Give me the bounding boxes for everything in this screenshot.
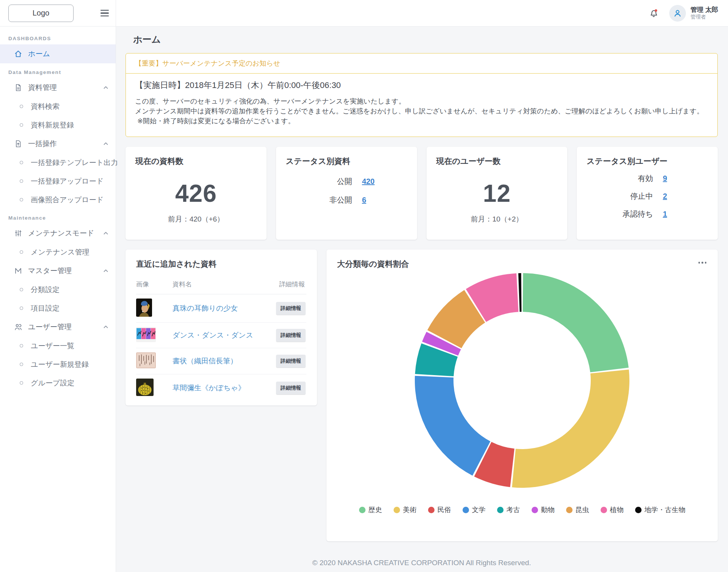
sidebar-item-label: 資料検索 [31, 102, 60, 112]
card-documents-by-status: ステータス別資料 公開 420 非公開 6 [276, 147, 417, 240]
document-link[interactable]: ダンス・ダンス・ダンス [173, 331, 253, 339]
active-users-link[interactable]: 9 [663, 174, 678, 183]
legend-item-植物[interactable]: 植物 [601, 505, 624, 514]
sidebar-item-label: グループ設定 [31, 378, 74, 388]
circle-bullet-icon [20, 198, 23, 201]
circle-bullet-icon [20, 306, 23, 310]
card-current-documents: 現在の資料数 426 前月：420（+6） [126, 147, 267, 240]
user-menu[interactable]: 管理 太郎 管理者 [669, 5, 718, 22]
legend-item-動物[interactable]: 動物 [532, 505, 555, 514]
sidebar-item-label: ユーザー新規登録 [31, 360, 89, 369]
legend-item-美術[interactable]: 美術 [394, 505, 417, 514]
suspended-users-link[interactable]: 2 [663, 192, 678, 201]
letter-m-icon [14, 266, 23, 275]
sidebar-item-document-management[interactable]: 資料管理 [0, 78, 116, 97]
pending-users-link[interactable]: 1 [663, 210, 678, 218]
table-row: 真珠の耳飾りの少女 詳細情報 [136, 294, 306, 323]
documents-prev-month: 前月：420（+6） [135, 214, 257, 224]
alert-title: 【重要】サーバーメンテナンス予定のお知らせ [126, 53, 717, 74]
legend-item-民俗[interactable]: 民俗 [428, 505, 451, 514]
person-icon [673, 8, 682, 18]
detail-button[interactable]: 詳細情報 [276, 329, 306, 342]
chevron-up-icon [103, 141, 109, 147]
legend-dot [359, 507, 366, 513]
legend-item-歴史[interactable]: 歴史 [359, 505, 382, 514]
sidebar-item-label: 一括操作 [28, 139, 57, 149]
donut-segment-地学・古生物[interactable] [518, 273, 521, 312]
legend-label: 文学 [472, 505, 486, 514]
sidebar-item-group-settings[interactable]: グループ設定 [0, 374, 116, 392]
sidebar-section-label: Data Management [0, 63, 116, 78]
sliders-icon [14, 229, 23, 238]
status-row-suspended: 停止中 2 [587, 191, 708, 201]
legend-label: 昆虫 [576, 505, 589, 514]
legend-dot [532, 507, 538, 513]
legend-dot [601, 507, 607, 513]
sidebar-item-user-register[interactable]: ユーザー新規登録 [0, 355, 116, 374]
sidebar-item-maintenance-management[interactable]: メンテナンス管理 [0, 243, 116, 261]
thumbnail-pearl-earring [136, 299, 152, 317]
detail-button[interactable]: 詳細情報 [276, 355, 306, 368]
donut-segment-文学[interactable] [415, 376, 490, 476]
legend-item-考古[interactable]: 考古 [497, 505, 520, 514]
circle-bullet-icon [20, 344, 23, 347]
sidebar-nav: DASHBOARDSホームData Management資料管理資料検索資料新規… [0, 27, 116, 392]
detail-button[interactable]: 詳細情報 [276, 302, 306, 315]
sidebar-item-label: メンテナンスモード [28, 228, 94, 238]
circle-bullet-icon [20, 123, 23, 127]
legend-label: 地学・古生物 [645, 505, 686, 514]
donut-segment-美術[interactable] [512, 369, 629, 488]
legend-dot [394, 507, 400, 513]
legend-item-昆虫[interactable]: 昆虫 [566, 505, 589, 514]
sidebar-header: Logo [0, 0, 116, 27]
sidebar-item-item-settings[interactable]: 項目設定 [0, 299, 116, 317]
page-title: ホーム [133, 33, 718, 46]
legend-dot [635, 507, 642, 513]
sidebar-item-label: 資料新規登録 [31, 120, 74, 130]
avatar [669, 5, 686, 22]
sidebar-item-label: 画像照合アップロード [31, 195, 104, 205]
legend-item-地学・古生物[interactable]: 地学・古生物 [635, 505, 686, 514]
sidebar-item-batch-template-export[interactable]: 一括登録テンプレート出力 [0, 153, 116, 172]
recent-documents-card: 直近に追加された資料 画像 資料名 詳細情報 [126, 250, 317, 405]
sidebar-item-user-management[interactable]: ユーザー管理 [0, 317, 116, 336]
detail-button[interactable]: 詳細情報 [276, 382, 306, 394]
document-link[interactable]: 真珠の耳飾りの少女 [173, 304, 238, 312]
logo-button[interactable]: Logo [8, 5, 74, 22]
status-row-public: 公開 420 [286, 176, 407, 187]
legend-item-文学[interactable]: 文学 [463, 505, 486, 514]
sidebar-section-label: DASHBOARDS [0, 30, 116, 44]
sidebar-item-user-list[interactable]: ユーザー一覧 [0, 336, 116, 355]
sidebar-item-category-settings[interactable]: 分類設定 [0, 280, 116, 299]
table-row: ダンス・ダンス・ダンス 詳細情報 [136, 323, 306, 348]
table-row: 書状（織田信長筆） 詳細情報 [136, 348, 306, 374]
sidebar-item-master-management[interactable]: マスター管理 [0, 261, 116, 280]
private-count-link[interactable]: 6 [362, 196, 377, 204]
donut-segment-歴史[interactable] [523, 273, 629, 372]
sidebar-item-document-register[interactable]: 資料新規登録 [0, 116, 116, 134]
chevron-up-icon [103, 230, 109, 236]
sidebar-item-document-search[interactable]: 資料検索 [0, 97, 116, 116]
column-title: 資料名 [173, 276, 271, 294]
more-options-icon[interactable] [698, 259, 708, 267]
document-link[interactable]: 書状（織田信長筆） [173, 357, 237, 365]
sidebar-item-maintenance-mode[interactable]: メンテナンスモード [0, 224, 116, 243]
notification-bell-icon[interactable] [648, 8, 659, 19]
users-prev-month: 前月：10（+2） [436, 214, 558, 224]
sidebar-section-label: Maintenance [0, 209, 116, 224]
document-link[interactable]: 草間彌生《かぼちゃ》 [173, 384, 245, 392]
chevron-up-icon [103, 324, 109, 330]
app-root: Logo DASHBOARDSホームData Management資料管理資料検… [0, 0, 728, 572]
legend-label: 民俗 [438, 505, 451, 514]
table-row: 草間彌生《かぼちゃ》 詳細情報 [136, 374, 306, 402]
hamburger-menu-icon[interactable] [100, 9, 110, 17]
sidebar-item-batch-operations[interactable]: 一括操作 [0, 134, 116, 153]
alert-schedule: 【実施日時】2018年1月25日（木）午前0:00-午後06:30 [135, 80, 708, 91]
sidebar-item-home[interactable]: ホーム [0, 44, 116, 63]
sidebar-item-image-match-upload[interactable]: 画像照合アップロード [0, 190, 116, 209]
thumbnail-kusama-pumpkin [136, 379, 154, 396]
sidebar-item-batch-upload[interactable]: 一括登録アップロード [0, 172, 116, 190]
public-count-link[interactable]: 420 [362, 177, 377, 186]
notification-dot [655, 9, 657, 11]
recent-documents-title: 直近に追加された資料 [136, 259, 306, 269]
